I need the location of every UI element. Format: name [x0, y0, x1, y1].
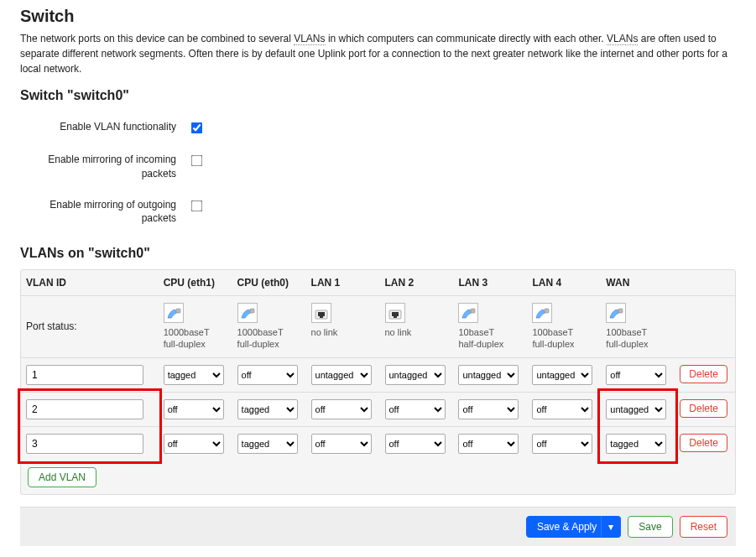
vlans-heading: VLANs on "switch0" [20, 246, 736, 261]
vlan-port-select[interactable]: offtaggeduntagged [458, 365, 519, 385]
intro-text: in which computers can communicate direc… [326, 33, 607, 44]
port-status-text: 100baseTfull-duplex [606, 326, 670, 351]
port-status-text: 10baseThalf-duplex [458, 326, 522, 351]
page-intro: The network ports on this device can be … [20, 31, 736, 76]
intro-acronym: VLANs [607, 33, 638, 45]
svg-rect-8 [471, 309, 475, 313]
rj45-plug-icon [237, 303, 258, 323]
port-status-cell: 100baseTfull-duplex [527, 296, 601, 358]
vlan-port-select[interactable]: offtaggeduntagged [237, 365, 298, 385]
rj45-plug-icon [532, 303, 552, 323]
svg-rect-0 [176, 309, 180, 313]
switch-option-checkbox[interactable] [191, 122, 203, 134]
save-apply-dropdown[interactable]: ▾ [601, 516, 621, 538]
vlan-port-select[interactable]: offtaggeduntagged [385, 399, 446, 419]
vlan-port-select[interactable]: offtaggeduntagged [164, 365, 224, 385]
vlan-port-select[interactable]: offtaggeduntagged [164, 399, 224, 419]
vlan-port-select[interactable]: offtaggeduntagged [532, 399, 592, 419]
vlans-container: VLAN IDCPU (eth1)CPU (eth0)LAN 1LAN 2LAN… [20, 269, 736, 495]
vlan-port-select[interactable]: offtaggeduntagged [606, 434, 666, 454]
port-status-cell: 10baseThalf-duplex [453, 296, 527, 358]
vlans-column-header: CPU (eth1) [159, 270, 232, 296]
vlans-column-header: LAN 1 [306, 270, 380, 296]
rj45-port-icon [385, 303, 405, 323]
switch-option-row: Enable mirroring of outgoing packets [20, 190, 736, 235]
vlan-port-select[interactable]: offtaggeduntagged [385, 365, 446, 385]
vlans-column-header: LAN 3 [453, 270, 527, 296]
port-status-cell: 1000baseTfull-duplex [232, 296, 306, 358]
vlan-row: offtaggeduntaggedofftaggeduntaggedofftag… [21, 357, 735, 392]
switch-option-label: Enable VLAN functionality [20, 120, 188, 134]
port-status-label: Port status: [21, 296, 159, 358]
vlans-table: VLAN IDCPU (eth1)CPU (eth0)LAN 1LAN 2LAN… [21, 270, 735, 461]
port-status-text: no link [311, 326, 375, 338]
switch-heading: Switch "switch0" [20, 88, 736, 103]
svg-rect-9 [545, 309, 549, 313]
svg-rect-10 [618, 309, 623, 313]
port-status-cell: 1000baseTfull-duplex [159, 296, 232, 358]
vlan-port-select[interactable]: offtaggeduntagged [458, 399, 519, 419]
rj45-port-icon [311, 303, 331, 323]
vlan-port-select[interactable]: offtaggeduntagged [237, 399, 298, 419]
vlans-column-header: LAN 2 [380, 270, 454, 296]
vlan-row: offtaggeduntaggedofftaggeduntaggedofftag… [21, 426, 735, 461]
reset-button[interactable]: Reset [680, 516, 727, 538]
port-status-text: 100baseTfull-duplex [532, 326, 596, 351]
port-status-cell: no link [380, 296, 454, 358]
switch-option-label: Enable mirroring of incoming packets [20, 153, 188, 181]
vlans-column-header [675, 270, 735, 296]
vlan-port-select[interactable]: offtaggeduntagged [532, 365, 592, 385]
vlan-port-select[interactable]: offtaggeduntagged [532, 434, 592, 454]
switch-option-checkbox[interactable] [191, 200, 203, 211]
vlan-port-select[interactable]: offtaggeduntagged [311, 434, 372, 454]
switch-option-label: Enable mirroring of outgoing packets [20, 198, 188, 226]
vlan-port-select[interactable]: offtaggeduntagged [606, 399, 666, 419]
page-title: Switch [20, 7, 736, 26]
vlan-id-input[interactable] [26, 399, 143, 419]
footer-actions: Save & Apply ▾ Save Reset [20, 507, 736, 546]
save-button[interactable]: Save [628, 516, 672, 538]
intro-text: The network ports on this device can be … [20, 33, 294, 44]
vlan-port-select[interactable]: offtaggeduntagged [237, 434, 298, 454]
save-apply-button[interactable]: Save & Apply [526, 516, 607, 538]
svg-rect-4 [320, 316, 323, 318]
vlan-id-input[interactable] [26, 365, 143, 385]
svg-rect-6 [392, 312, 399, 316]
port-status-text: 1000baseTfull-duplex [164, 326, 227, 351]
svg-rect-3 [318, 312, 325, 316]
delete-vlan-button[interactable]: Delete [680, 399, 727, 418]
vlans-column-header: LAN 4 [527, 270, 601, 296]
port-status-cell: 100baseTfull-duplex [601, 296, 675, 358]
vlans-column-header: WAN [601, 270, 675, 296]
vlan-port-select[interactable]: offtaggeduntagged [164, 434, 224, 454]
vlan-port-select[interactable]: offtaggeduntagged [606, 365, 666, 385]
rj45-plug-icon [164, 303, 184, 323]
port-status-text: 1000baseTfull-duplex [237, 326, 301, 351]
port-status-cell: no link [306, 296, 380, 358]
vlan-id-input[interactable] [26, 434, 143, 454]
vlan-port-select[interactable]: offtaggeduntagged [311, 399, 372, 419]
vlans-column-header: CPU (eth0) [232, 270, 306, 296]
delete-vlan-button[interactable]: Delete [680, 434, 727, 452]
intro-acronym: VLANs [294, 33, 325, 45]
vlan-port-select[interactable]: offtaggeduntagged [311, 365, 372, 385]
add-vlan-button[interactable]: Add VLAN [28, 467, 96, 487]
vlans-column-header: VLAN ID [21, 270, 159, 296]
port-status-text: no link [385, 326, 449, 338]
switch-option-row: Enable VLAN functionality [20, 112, 736, 144]
vlan-row: offtaggeduntaggedofftaggeduntaggedofftag… [21, 392, 735, 426]
vlan-port-select[interactable]: offtaggeduntagged [385, 434, 446, 454]
rj45-plug-icon [458, 303, 478, 323]
svg-rect-7 [394, 316, 397, 318]
switch-option-checkbox[interactable] [191, 155, 203, 167]
svg-rect-1 [250, 309, 254, 313]
vlan-port-select[interactable]: offtaggeduntagged [458, 434, 519, 454]
rj45-plug-icon [606, 303, 626, 323]
switch-option-row: Enable mirroring of incoming packets [20, 144, 736, 190]
delete-vlan-button[interactable]: Delete [680, 365, 727, 383]
